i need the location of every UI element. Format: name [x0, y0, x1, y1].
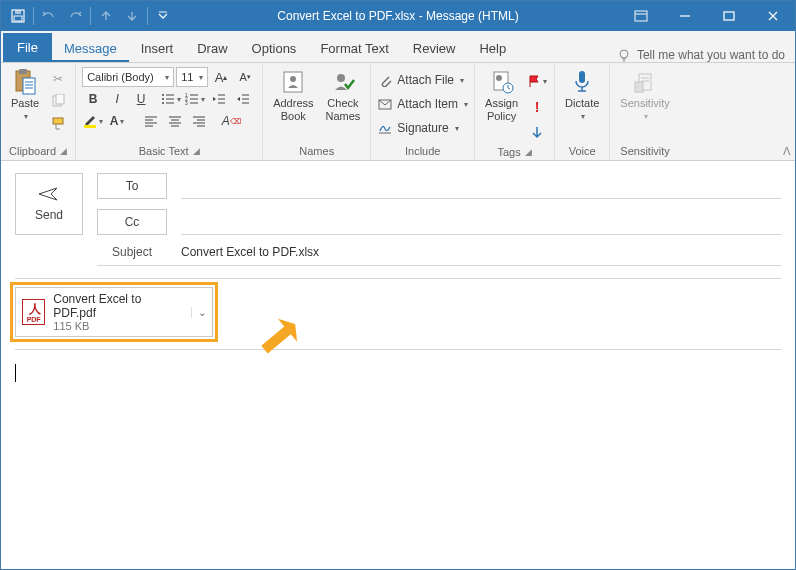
attach-item-button[interactable]: Attach Item▾ — [377, 95, 468, 113]
font-name-select[interactable]: Calibri (Body)▾ — [82, 67, 174, 87]
tab-insert[interactable]: Insert — [129, 35, 186, 62]
tab-draw[interactable]: Draw — [185, 35, 239, 62]
text-cursor — [15, 364, 16, 382]
tell-me-label: Tell me what you want to do — [637, 48, 785, 62]
svg-rect-4 — [635, 11, 647, 21]
address-book-button[interactable]: Address Book — [269, 67, 317, 124]
collapse-ribbon-icon[interactable]: ᐱ — [783, 145, 791, 158]
maximize-icon[interactable] — [707, 2, 751, 30]
dictate-button[interactable]: Dictate ▾ — [561, 67, 603, 123]
svg-point-52 — [290, 76, 296, 82]
window-controls — [619, 2, 795, 30]
redo-icon[interactable] — [62, 2, 88, 30]
to-button[interactable]: To — [97, 173, 167, 199]
cc-button[interactable]: Cc — [97, 209, 167, 235]
underline-icon[interactable]: U — [130, 89, 152, 109]
qat-customize-icon[interactable] — [150, 2, 176, 30]
tab-format-text[interactable]: Format Text — [308, 35, 400, 62]
cut-icon[interactable]: ✂ — [47, 69, 69, 89]
message-body[interactable] — [1, 350, 795, 396]
attach-file-button[interactable]: Attach File▾ — [377, 71, 468, 89]
svg-rect-1 — [15, 10, 21, 14]
align-left-icon[interactable] — [140, 111, 162, 131]
subject-field[interactable]: Convert Excel to PDF.xlsx — [181, 245, 319, 259]
follow-up-icon[interactable]: ▾ — [526, 71, 548, 91]
group-basic-text: Calibri (Body)▾ 11▾ A▴ A▾ B I U ▾ — [76, 63, 263, 160]
low-importance-icon[interactable] — [526, 123, 548, 143]
address-book-label: Address Book — [273, 97, 313, 122]
font-size-select[interactable]: 11▾ — [176, 67, 208, 87]
undo-icon[interactable] — [36, 2, 62, 30]
bullets-icon[interactable]: ▾ — [160, 89, 182, 109]
close-icon[interactable] — [751, 2, 795, 30]
compose-header: Send To Cc Subject Convert Excel to PDF.… — [1, 161, 795, 266]
tags-launcher-icon[interactable]: ◢ — [525, 147, 532, 157]
svg-rect-59 — [579, 71, 585, 83]
check-names-label: Check Names — [326, 97, 361, 122]
svg-text:3: 3 — [185, 100, 188, 105]
clear-formatting-icon[interactable]: A⌫ — [220, 111, 242, 131]
minimize-icon[interactable] — [663, 2, 707, 30]
sensitivity-label: Sensitivity — [620, 145, 670, 157]
align-right-icon[interactable] — [188, 111, 210, 131]
tab-options[interactable]: Options — [240, 35, 309, 62]
font-color-icon[interactable]: A▾ — [106, 111, 128, 131]
tell-me-search[interactable]: Tell me what you want to do — [617, 48, 795, 62]
check-names-button[interactable]: Check Names — [322, 67, 365, 124]
title-bar: Convert Excel to PDF.xlsx - Message (HTM… — [1, 1, 795, 31]
svg-point-24 — [162, 102, 164, 104]
attachment-size: 115 KB — [53, 320, 183, 332]
increase-indent-icon[interactable] — [232, 89, 254, 109]
microphone-icon — [569, 69, 595, 95]
tab-file[interactable]: File — [3, 33, 52, 62]
shrink-font-icon[interactable]: A▾ — [234, 67, 256, 87]
italic-icon[interactable]: I — [106, 89, 128, 109]
clipboard-launcher-icon[interactable]: ◢ — [60, 146, 67, 156]
sensitivity-button[interactable]: Sensitivity ▾ — [616, 67, 674, 123]
svg-point-57 — [496, 75, 502, 81]
svg-rect-13 — [23, 78, 35, 94]
tab-review[interactable]: Review — [401, 35, 468, 62]
high-importance-icon[interactable]: ! — [526, 97, 548, 117]
paste-icon — [12, 69, 38, 95]
voice-label: Voice — [569, 145, 596, 157]
bold-icon[interactable]: B — [82, 89, 104, 109]
assign-policy-button[interactable]: Assign Policy — [481, 67, 522, 124]
group-voice: Dictate ▾ Voice — [555, 63, 610, 160]
lightbulb-icon — [617, 48, 631, 62]
group-names: Address Book Check Names Names — [263, 63, 371, 160]
to-field[interactable] — [181, 173, 781, 199]
format-painter-icon[interactable] — [47, 113, 69, 133]
save-icon[interactable] — [5, 2, 31, 30]
decrease-indent-icon[interactable] — [208, 89, 230, 109]
attachment-dropdown-icon[interactable]: ⌄ — [191, 307, 206, 318]
tags-label: Tags — [497, 146, 520, 158]
assign-policy-label: Assign Policy — [485, 97, 518, 122]
attachment-chip[interactable]: PDF Convert Excel to PDF.pdf 115 KB ⌄ — [15, 287, 213, 337]
basic-text-launcher-icon[interactable]: ◢ — [193, 146, 200, 156]
send-button[interactable]: Send — [15, 173, 83, 235]
svg-rect-18 — [56, 94, 64, 104]
pdf-file-icon: PDF — [22, 299, 45, 325]
cc-field[interactable] — [181, 209, 781, 235]
subject-label: Subject — [97, 245, 167, 259]
tab-help[interactable]: Help — [467, 35, 518, 62]
tab-message[interactable]: Message — [52, 35, 129, 62]
svg-rect-2 — [14, 16, 22, 21]
basic-text-label: Basic Text — [139, 145, 189, 157]
numbering-icon[interactable]: 123▾ — [184, 89, 206, 109]
align-center-icon[interactable] — [164, 111, 186, 131]
copy-icon[interactable] — [47, 91, 69, 111]
paperclip-icon — [377, 72, 393, 88]
signature-button[interactable]: Signature▾ — [377, 119, 468, 137]
ribbon-display-icon[interactable] — [619, 2, 663, 30]
next-item-icon[interactable] — [119, 2, 145, 30]
ribbon-tabs: File Message Insert Draw Options Format … — [1, 31, 795, 63]
highlight-icon[interactable]: ▾ — [82, 111, 104, 131]
grow-font-icon[interactable]: A▴ — [210, 67, 232, 87]
previous-item-icon[interactable] — [93, 2, 119, 30]
svg-point-53 — [337, 74, 345, 82]
svg-rect-63 — [635, 82, 643, 92]
paste-button[interactable]: Paste ▾ — [7, 67, 43, 123]
attachment-name: Convert Excel to PDF.pdf — [53, 292, 183, 320]
